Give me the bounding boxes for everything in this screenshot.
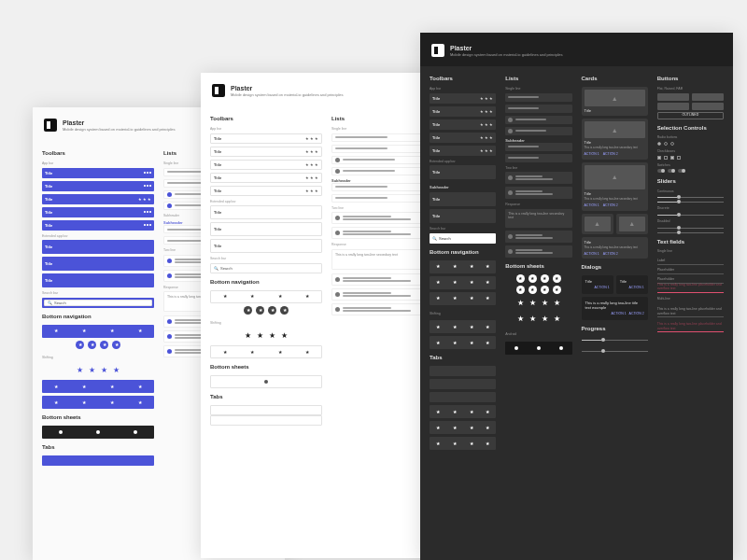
radio[interactable] (657, 142, 661, 146)
text-field[interactable]: Placeholder (657, 265, 724, 274)
sheet-handle[interactable] (210, 375, 322, 388)
list-item[interactable] (505, 143, 571, 151)
dialog[interactable]: TitleACTION 1 (582, 275, 613, 294)
list-item[interactable] (505, 154, 571, 162)
toolbar-sample[interactable]: Title (42, 181, 154, 191)
android-bar[interactable] (42, 426, 154, 439)
switch[interactable] (678, 169, 685, 173)
tabs[interactable] (430, 366, 496, 376)
bottomnav[interactable] (42, 380, 154, 393)
tabs[interactable] (430, 392, 496, 402)
text-field-error[interactable]: This is a really long two-line placehold… (657, 284, 724, 293)
card[interactable]: Title This is a really long two-line sec… (582, 119, 648, 160)
list-item-2l[interactable] (505, 172, 571, 184)
toolbar-sample[interactable]: Title★ ★ ★ (430, 106, 496, 117)
radio[interactable] (664, 142, 668, 146)
tabs[interactable] (42, 455, 154, 466)
toolbar-extended[interactable]: Title (42, 273, 154, 287)
text-field[interactable]: Label (657, 256, 724, 265)
toolbar-extended[interactable]: Title (42, 240, 154, 254)
bottomnav[interactable] (210, 345, 322, 358)
card[interactable]: Title This is a really long two-line sec… (582, 237, 648, 259)
toolbar-sample[interactable]: Title★ ★ ★ (430, 119, 496, 130)
tabs[interactable] (210, 415, 322, 426)
toolbar-extended[interactable]: Title (210, 205, 322, 219)
bottomnav[interactable] (210, 290, 322, 303)
checkbox[interactable] (664, 156, 668, 160)
toolbar-extended[interactable]: Title (430, 192, 496, 206)
toolbar-sample[interactable]: Title★ ★ ★ (430, 133, 496, 143)
bottomnav[interactable] (430, 320, 496, 333)
slider[interactable] (657, 202, 724, 203)
list-item[interactable] (505, 127, 571, 135)
radio[interactable] (670, 142, 674, 146)
tabs-stars[interactable] (430, 405, 496, 418)
search-input[interactable]: 🔍 Search (44, 300, 152, 306)
search-input[interactable]: 🔍 Search (430, 233, 496, 244)
toolbar-extended[interactable]: Title (430, 165, 496, 179)
toolbar-sample[interactable]: Title (42, 168, 154, 178)
list-item-2l[interactable] (505, 245, 571, 258)
bottomnav[interactable] (430, 276, 496, 289)
card-sm[interactable] (582, 214, 613, 234)
toolbar-sample[interactable]: Title★ ★ ★ (430, 146, 496, 156)
fab-row[interactable]: ★★★★ (210, 306, 322, 315)
toolbar-extended[interactable]: Title (210, 239, 322, 253)
toolbar-extended[interactable]: Title (430, 209, 496, 223)
sheet-actions[interactable]: ★★★★ (505, 274, 571, 283)
checkbox[interactable] (677, 156, 681, 160)
card-action[interactable]: ACTION 2 (603, 203, 618, 208)
toolbar-sample[interactable]: Title★ ★ ★ (430, 93, 496, 104)
dialog-action[interactable]: ACTION 2 (629, 312, 644, 316)
switch[interactable] (657, 169, 665, 173)
tabs-stars[interactable] (430, 421, 496, 434)
toolbar-sample[interactable]: Title★ ★ ★ (42, 194, 154, 204)
card-action[interactable]: ACTION 2 (603, 152, 618, 157)
text-field-multi-error[interactable]: This is a really long two-line placehold… (657, 317, 724, 332)
list-item[interactable] (505, 116, 571, 124)
bottomnav[interactable] (430, 336, 496, 349)
tabs[interactable] (210, 405, 322, 415)
toolbar-sample[interactable]: Title★ ★ ★ (210, 186, 322, 196)
tabs-stars[interactable] (430, 437, 496, 450)
text-field-multi[interactable]: This is a really long two-line placehold… (657, 302, 724, 317)
list-item-2l[interactable] (505, 231, 571, 243)
bottomnav[interactable] (430, 260, 496, 273)
toolbar-sample[interactable]: Title★ ★ ★ (210, 173, 322, 183)
toolbar-sample[interactable]: Title (42, 220, 154, 231)
button-outlined[interactable]: OUTLINED (657, 112, 724, 119)
card-action[interactable]: ACTION 1 (585, 252, 599, 257)
dialog[interactable]: This is a really long two-line title tex… (582, 297, 648, 320)
toolbar-sample[interactable]: Title★ ★ ★ (210, 160, 322, 170)
sheet-actions[interactable]: ★★★★ (505, 286, 571, 294)
card-action[interactable]: ACTION 2 (603, 252, 618, 257)
dialog[interactable]: TitleACTION 1 (616, 275, 648, 294)
button-filled[interactable] (657, 93, 689, 101)
bottomnav[interactable] (42, 325, 154, 338)
checkbox[interactable] (657, 156, 661, 160)
list-item[interactable] (505, 105, 571, 113)
toolbar-sample[interactable]: Title★ ★ ★ (210, 133, 322, 144)
card-action[interactable]: ACTION 1 (585, 203, 599, 208)
bottomnav[interactable] (42, 396, 154, 409)
list-item[interactable] (505, 93, 571, 102)
card[interactable]: Title This is a really long two-line sec… (582, 162, 648, 211)
checkbox[interactable] (670, 156, 674, 160)
fab-row[interactable]: ★★★★ (42, 341, 154, 349)
card-sm[interactable] (616, 214, 648, 234)
button-filled[interactable] (692, 93, 724, 101)
button-filled[interactable] (657, 103, 689, 110)
slider[interactable] (657, 197, 724, 198)
toolbar-extended[interactable]: Title (42, 257, 154, 271)
slider[interactable] (657, 215, 724, 216)
android-bar[interactable] (505, 342, 571, 355)
switch[interactable] (668, 169, 675, 173)
tabs[interactable] (430, 379, 496, 389)
button-filled[interactable] (692, 103, 724, 110)
card-action[interactable]: ACTION 1 (585, 152, 599, 157)
list-item-2l[interactable] (505, 187, 571, 199)
toolbar-extended[interactable]: Title (210, 222, 322, 236)
search-input[interactable]: 🔍 Search (210, 263, 322, 273)
dialog-action[interactable]: ACTION 1 (611, 312, 626, 316)
toolbar-sample[interactable]: Title (42, 207, 154, 217)
